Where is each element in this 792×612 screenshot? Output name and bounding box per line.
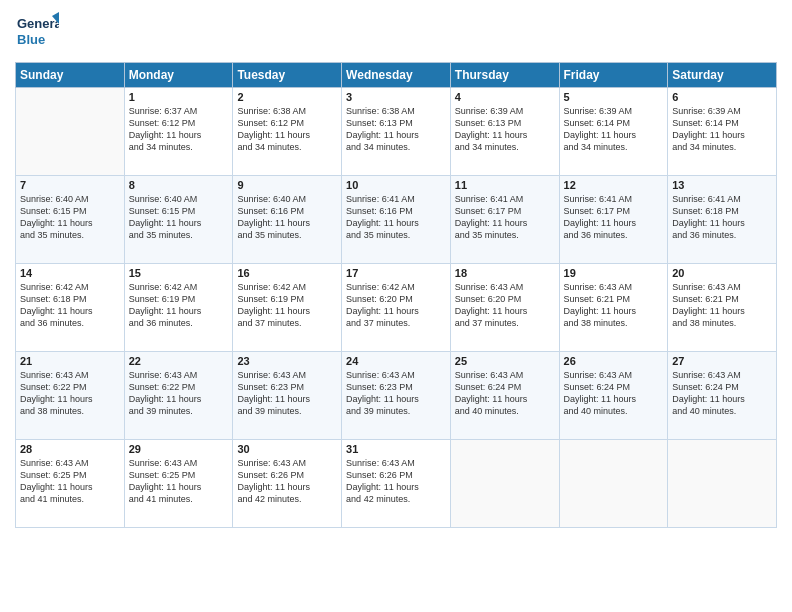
day-number: 24 [346,355,446,367]
calendar-cell: 8Sunrise: 6:40 AMSunset: 6:15 PMDaylight… [124,176,233,264]
day-number: 16 [237,267,337,279]
calendar-cell: 28Sunrise: 6:43 AMSunset: 6:25 PMDayligh… [16,440,125,528]
cell-content: Sunrise: 6:40 AMSunset: 6:16 PMDaylight:… [237,193,337,242]
svg-text:Blue: Blue [17,32,45,47]
cell-content: Sunrise: 6:41 AMSunset: 6:16 PMDaylight:… [346,193,446,242]
day-number: 31 [346,443,446,455]
header-monday: Monday [124,63,233,88]
cell-content: Sunrise: 6:43 AMSunset: 6:22 PMDaylight:… [20,369,120,418]
calendar-cell [668,440,777,528]
calendar-cell: 12Sunrise: 6:41 AMSunset: 6:17 PMDayligh… [559,176,668,264]
cell-content: Sunrise: 6:42 AMSunset: 6:19 PMDaylight:… [237,281,337,330]
day-number: 21 [20,355,120,367]
calendar-cell: 13Sunrise: 6:41 AMSunset: 6:18 PMDayligh… [668,176,777,264]
cell-content: Sunrise: 6:40 AMSunset: 6:15 PMDaylight:… [20,193,120,242]
cell-content: Sunrise: 6:42 AMSunset: 6:19 PMDaylight:… [129,281,229,330]
day-number: 13 [672,179,772,191]
calendar-cell: 30Sunrise: 6:43 AMSunset: 6:26 PMDayligh… [233,440,342,528]
cell-content: Sunrise: 6:43 AMSunset: 6:22 PMDaylight:… [129,369,229,418]
cell-content: Sunrise: 6:41 AMSunset: 6:17 PMDaylight:… [564,193,664,242]
day-number: 3 [346,91,446,103]
calendar-cell [450,440,559,528]
calendar-cell: 10Sunrise: 6:41 AMSunset: 6:16 PMDayligh… [342,176,451,264]
day-number: 29 [129,443,229,455]
calendar-cell: 27Sunrise: 6:43 AMSunset: 6:24 PMDayligh… [668,352,777,440]
calendar-cell: 3Sunrise: 6:38 AMSunset: 6:13 PMDaylight… [342,88,451,176]
page: General Blue SundayMondayTuesdayWednesda… [0,0,792,612]
day-number: 20 [672,267,772,279]
day-number: 30 [237,443,337,455]
day-number: 22 [129,355,229,367]
calendar-cell: 11Sunrise: 6:41 AMSunset: 6:17 PMDayligh… [450,176,559,264]
calendar-cell [559,440,668,528]
cell-content: Sunrise: 6:43 AMSunset: 6:24 PMDaylight:… [455,369,555,418]
calendar-table: SundayMondayTuesdayWednesdayThursdayFrid… [15,62,777,528]
day-number: 1 [129,91,229,103]
header: General Blue [15,10,777,54]
logo: General Blue [15,10,59,54]
day-number: 9 [237,179,337,191]
day-number: 14 [20,267,120,279]
cell-content: Sunrise: 6:42 AMSunset: 6:18 PMDaylight:… [20,281,120,330]
cell-content: Sunrise: 6:40 AMSunset: 6:15 PMDaylight:… [129,193,229,242]
cell-content: Sunrise: 6:43 AMSunset: 6:26 PMDaylight:… [346,457,446,506]
header-wednesday: Wednesday [342,63,451,88]
day-number: 27 [672,355,772,367]
day-number: 7 [20,179,120,191]
day-number: 5 [564,91,664,103]
header-saturday: Saturday [668,63,777,88]
cell-content: Sunrise: 6:43 AMSunset: 6:25 PMDaylight:… [129,457,229,506]
calendar-cell: 15Sunrise: 6:42 AMSunset: 6:19 PMDayligh… [124,264,233,352]
week-row-3: 14Sunrise: 6:42 AMSunset: 6:18 PMDayligh… [16,264,777,352]
calendar-cell: 18Sunrise: 6:43 AMSunset: 6:20 PMDayligh… [450,264,559,352]
cell-content: Sunrise: 6:43 AMSunset: 6:20 PMDaylight:… [455,281,555,330]
calendar-cell: 24Sunrise: 6:43 AMSunset: 6:23 PMDayligh… [342,352,451,440]
week-row-5: 28Sunrise: 6:43 AMSunset: 6:25 PMDayligh… [16,440,777,528]
cell-content: Sunrise: 6:43 AMSunset: 6:23 PMDaylight:… [346,369,446,418]
day-number: 26 [564,355,664,367]
day-number: 28 [20,443,120,455]
header-tuesday: Tuesday [233,63,342,88]
calendar-cell: 23Sunrise: 6:43 AMSunset: 6:23 PMDayligh… [233,352,342,440]
calendar-cell: 22Sunrise: 6:43 AMSunset: 6:22 PMDayligh… [124,352,233,440]
calendar-cell: 19Sunrise: 6:43 AMSunset: 6:21 PMDayligh… [559,264,668,352]
day-number: 4 [455,91,555,103]
day-number: 19 [564,267,664,279]
calendar-cell: 6Sunrise: 6:39 AMSunset: 6:14 PMDaylight… [668,88,777,176]
day-number: 8 [129,179,229,191]
calendar-header-row: SundayMondayTuesdayWednesdayThursdayFrid… [16,63,777,88]
day-number: 12 [564,179,664,191]
week-row-1: 1Sunrise: 6:37 AMSunset: 6:12 PMDaylight… [16,88,777,176]
calendar-cell: 14Sunrise: 6:42 AMSunset: 6:18 PMDayligh… [16,264,125,352]
calendar-cell: 2Sunrise: 6:38 AMSunset: 6:12 PMDaylight… [233,88,342,176]
week-row-4: 21Sunrise: 6:43 AMSunset: 6:22 PMDayligh… [16,352,777,440]
calendar-cell: 17Sunrise: 6:42 AMSunset: 6:20 PMDayligh… [342,264,451,352]
day-number: 25 [455,355,555,367]
day-number: 17 [346,267,446,279]
header-thursday: Thursday [450,63,559,88]
cell-content: Sunrise: 6:39 AMSunset: 6:14 PMDaylight:… [564,105,664,154]
calendar-cell: 16Sunrise: 6:42 AMSunset: 6:19 PMDayligh… [233,264,342,352]
cell-content: Sunrise: 6:38 AMSunset: 6:12 PMDaylight:… [237,105,337,154]
calendar-cell: 20Sunrise: 6:43 AMSunset: 6:21 PMDayligh… [668,264,777,352]
cell-content: Sunrise: 6:43 AMSunset: 6:25 PMDaylight:… [20,457,120,506]
day-number: 11 [455,179,555,191]
cell-content: Sunrise: 6:41 AMSunset: 6:18 PMDaylight:… [672,193,772,242]
cell-content: Sunrise: 6:43 AMSunset: 6:23 PMDaylight:… [237,369,337,418]
calendar-cell [16,88,125,176]
day-number: 6 [672,91,772,103]
cell-content: Sunrise: 6:43 AMSunset: 6:21 PMDaylight:… [564,281,664,330]
calendar-body: 1Sunrise: 6:37 AMSunset: 6:12 PMDaylight… [16,88,777,528]
calendar-cell: 25Sunrise: 6:43 AMSunset: 6:24 PMDayligh… [450,352,559,440]
cell-content: Sunrise: 6:43 AMSunset: 6:26 PMDaylight:… [237,457,337,506]
calendar-cell: 21Sunrise: 6:43 AMSunset: 6:22 PMDayligh… [16,352,125,440]
day-number: 10 [346,179,446,191]
calendar-cell: 1Sunrise: 6:37 AMSunset: 6:12 PMDaylight… [124,88,233,176]
calendar-cell: 7Sunrise: 6:40 AMSunset: 6:15 PMDaylight… [16,176,125,264]
day-number: 2 [237,91,337,103]
cell-content: Sunrise: 6:42 AMSunset: 6:20 PMDaylight:… [346,281,446,330]
cell-content: Sunrise: 6:39 AMSunset: 6:14 PMDaylight:… [672,105,772,154]
calendar-cell: 9Sunrise: 6:40 AMSunset: 6:16 PMDaylight… [233,176,342,264]
cell-content: Sunrise: 6:39 AMSunset: 6:13 PMDaylight:… [455,105,555,154]
cell-content: Sunrise: 6:37 AMSunset: 6:12 PMDaylight:… [129,105,229,154]
